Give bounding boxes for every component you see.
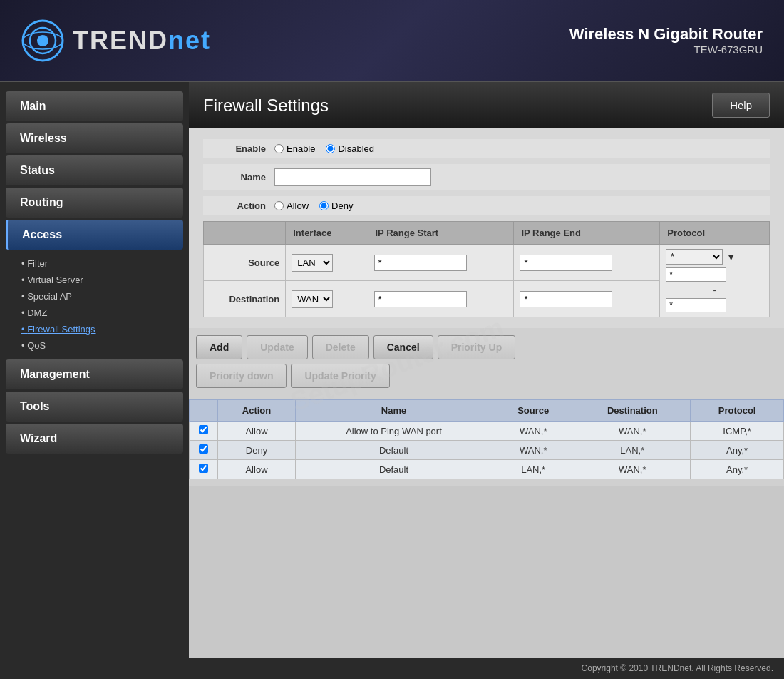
sidebar-item-access[interactable]: Access	[6, 220, 183, 250]
name-row: Name	[203, 164, 770, 190]
dest-ip-end-cell	[514, 281, 660, 317]
row-source: WAN,*	[492, 422, 574, 441]
enable-row: Enable Enable Disabled	[203, 139, 770, 158]
table-row: Allow Default LAN,* WAN,* Any,*	[190, 460, 784, 479]
source-ip-end-input[interactable]	[520, 255, 612, 271]
primary-btn-row: Add Update Delete Cancel Priority Up	[196, 335, 777, 359]
deny-radio-label[interactable]: Deny	[319, 200, 353, 211]
sidebar-item-main[interactable]: Main	[6, 91, 183, 121]
enable-radio[interactable]	[274, 144, 284, 153]
sidebar-sub-special-ap[interactable]: • Special AP	[14, 288, 189, 305]
dest-interface-select[interactable]: WAN LAN	[292, 290, 333, 308]
dest-ip-end-input[interactable]	[520, 291, 612, 307]
delete-button[interactable]: Delete	[312, 335, 369, 359]
table-row: Deny Default WAN,* LAN,* Any,*	[190, 441, 784, 460]
row-protocol: Any,*	[691, 441, 784, 460]
action-label: Action	[210, 200, 274, 211]
dropdown-arrow-icon: ▼	[726, 252, 736, 262]
sidebar-sub-dmz[interactable]: • DMZ	[14, 305, 189, 321]
disabled-radio-label[interactable]: Disabled	[326, 143, 374, 154]
port-start-row	[666, 267, 763, 282]
source-ip-end-cell	[514, 245, 660, 281]
main-layout: Main Wireless Status Routing Access • Fi…	[0, 82, 784, 658]
name-input[interactable]	[274, 168, 431, 186]
access-sub-menu: • Filter • Virtual Server • Special AP •…	[0, 252, 189, 357]
rules-table: Action Name Source Destination Protocol …	[189, 399, 784, 479]
row-action: Deny	[218, 441, 296, 460]
priority-down-button[interactable]: Priority down	[196, 364, 287, 388]
row-checkbox-cell[interactable]	[190, 441, 218, 460]
sidebar-item-tools[interactable]: Tools	[6, 392, 183, 422]
allow-radio[interactable]	[274, 201, 284, 210]
form-area: Enable Enable Disabled Name	[189, 128, 784, 328]
deny-radio[interactable]	[319, 201, 329, 210]
action-control: Allow Deny	[274, 200, 763, 211]
cancel-button[interactable]: Cancel	[373, 335, 433, 359]
ip-range-start-header: IP Range Start	[368, 222, 514, 245]
header: TRENDnet Wireless N Gigabit Router TEW-6…	[0, 0, 784, 82]
col-name: Name	[295, 400, 492, 422]
row-checkbox[interactable]	[199, 464, 208, 473]
rule-config-table: Interface IP Range Start IP Range End Pr…	[203, 221, 770, 317]
sidebar-sub-virtual-server[interactable]: • Virtual Server	[14, 272, 189, 288]
enable-control: Enable Disabled	[274, 143, 763, 154]
rules-section: Action Name Source Destination Protocol …	[189, 399, 784, 486]
row-checkbox-cell[interactable]	[190, 460, 218, 479]
table-row: Allow Allow to Ping WAN port WAN,* WAN,*…	[190, 422, 784, 441]
sidebar-item-routing[interactable]: Routing	[6, 188, 183, 218]
row-action: Allow	[218, 422, 296, 441]
product-name: Wireless N Gigabit Router	[569, 25, 763, 44]
sidebar-sub-filter[interactable]: • Filter	[14, 255, 189, 272]
port-end-input[interactable]	[666, 298, 726, 312]
model-number: TEW-673GRU	[569, 44, 763, 56]
col-source: Source	[492, 400, 574, 422]
update-priority-button[interactable]: Update Priority	[291, 364, 389, 388]
help-button[interactable]: Help	[712, 93, 770, 118]
content-header: Firewall Settings Help	[189, 82, 784, 128]
allow-radio-label[interactable]: Allow	[274, 200, 309, 211]
source-interface-select[interactable]: LAN WAN	[292, 254, 333, 272]
source-row: Source LAN WAN	[204, 245, 770, 281]
protocol-select[interactable]: * TCP UDP ICMP Any	[666, 249, 723, 265]
trendnet-logo-icon	[21, 19, 64, 62]
sidebar-sub-qos[interactable]: • QoS	[14, 337, 189, 354]
col-action: Action	[218, 400, 296, 422]
row-checkbox[interactable]	[199, 425, 208, 434]
disabled-radio[interactable]	[326, 144, 335, 153]
update-button[interactable]: Update	[247, 335, 307, 359]
port-separator: -	[666, 285, 763, 295]
add-button[interactable]: Add	[196, 335, 242, 359]
copyright-text: Copyright © 2010 TRENDnet. All Rights Re…	[582, 663, 773, 673]
footer: Copyright © 2010 TRENDnet. All Rights Re…	[0, 658, 784, 679]
rules-tbody: Allow Allow to Ping WAN port WAN,* WAN,*…	[190, 422, 784, 479]
dest-ip-start-input[interactable]	[374, 291, 467, 307]
page-title: Firewall Settings	[203, 96, 329, 116]
port-start-input[interactable]	[666, 267, 726, 282]
interface-header: Interface	[286, 222, 368, 245]
enable-label: Enable	[210, 143, 274, 154]
sidebar-item-wireless[interactable]: Wireless	[6, 123, 183, 153]
source-ip-start-input[interactable]	[374, 255, 467, 271]
protocol-select-row: * TCP UDP ICMP Any ▼	[666, 249, 763, 265]
row-source: WAN,*	[492, 441, 574, 460]
enable-radio-label[interactable]: Enable	[274, 143, 315, 154]
sidebar-item-wizard[interactable]: Wizard	[6, 424, 183, 454]
protocol-cell-container: * TCP UDP ICMP Any ▼	[660, 245, 770, 317]
priority-up-button[interactable]: Priority Up	[438, 335, 516, 359]
row-checkbox-cell[interactable]	[190, 422, 218, 441]
buttons-area: Add Update Delete Cancel Priority Up Pri…	[189, 328, 784, 399]
row-name: Allow to Ping WAN port	[295, 422, 492, 441]
row-source: LAN,*	[492, 460, 574, 479]
row-name: Default	[295, 460, 492, 479]
svg-point-2	[37, 35, 48, 46]
ip-range-end-header: IP Range End	[514, 222, 660, 245]
row-destination: WAN,*	[574, 422, 691, 441]
sidebar-item-status[interactable]: Status	[6, 155, 183, 185]
row-protocol: Any,*	[691, 460, 784, 479]
row-checkbox[interactable]	[199, 444, 208, 454]
col-destination: Destination	[574, 400, 691, 422]
row-name: Default	[295, 441, 492, 460]
row-destination: WAN,*	[574, 460, 691, 479]
sidebar-sub-firewall-settings[interactable]: • Firewall Settings	[14, 321, 189, 337]
sidebar-item-management[interactable]: Management	[6, 359, 183, 389]
